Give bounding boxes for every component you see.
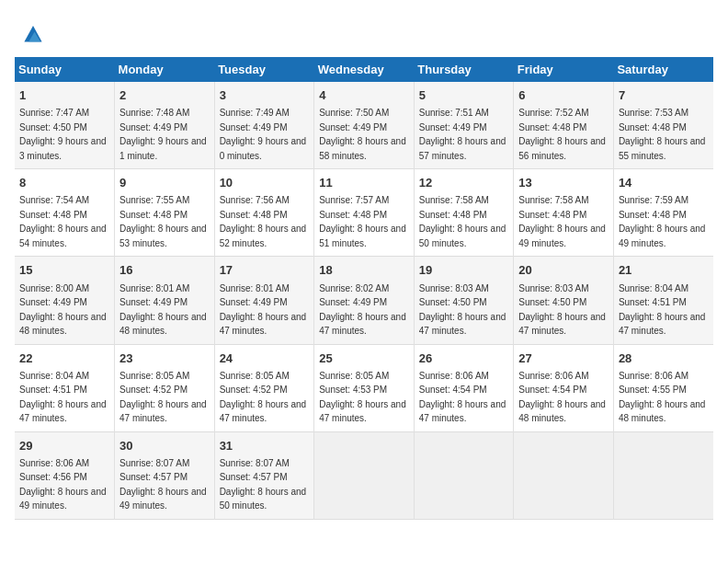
day-number: 9 [119, 175, 210, 191]
weekday-header-friday: Friday [514, 57, 614, 82]
cell-info: Sunrise: 7:47 AMSunset: 4:50 PMDaylight:… [19, 108, 107, 161]
cell-info: Sunrise: 7:50 AMSunset: 4:49 PMDaylight:… [319, 108, 406, 161]
weekday-header-thursday: Thursday [414, 57, 514, 82]
cell-info: Sunrise: 7:58 AMSunset: 4:48 PMDaylight:… [518, 195, 606, 248]
day-number: 23 [119, 350, 210, 367]
day-number: 1 [19, 87, 109, 104]
cell-info: Sunrise: 8:01 AMSunset: 4:49 PMDaylight:… [220, 283, 307, 337]
page-header [15, 15, 713, 48]
cell-info: Sunrise: 8:06 AMSunset: 4:55 PMDaylight:… [619, 371, 706, 424]
calendar-cell: 17Sunrise: 8:01 AMSunset: 4:49 PMDayligh… [214, 257, 314, 344]
cell-info: Sunrise: 8:05 AMSunset: 4:53 PMDaylight:… [319, 371, 406, 424]
calendar-cell: 30Sunrise: 8:07 AMSunset: 4:57 PMDayligh… [115, 431, 215, 519]
calendar-cell [514, 431, 614, 519]
calendar-cell: 3Sunrise: 7:49 AMSunset: 4:49 PMDaylight… [214, 82, 314, 169]
day-number: 29 [19, 438, 109, 454]
day-number: 14 [619, 175, 709, 191]
cell-info: Sunrise: 8:05 AMSunset: 4:52 PMDaylight:… [220, 371, 307, 424]
cell-info: Sunrise: 8:05 AMSunset: 4:52 PMDaylight:… [119, 371, 207, 424]
calendar-week-4: 22Sunrise: 8:04 AMSunset: 4:51 PMDayligh… [15, 344, 713, 431]
cell-info: Sunrise: 8:04 AMSunset: 4:51 PMDaylight:… [619, 283, 706, 337]
day-number: 19 [419, 262, 509, 279]
calendar-cell: 1Sunrise: 7:47 AMSunset: 4:50 PMDaylight… [15, 82, 115, 169]
day-number: 8 [19, 175, 109, 191]
calendar-cell: 10Sunrise: 7:56 AMSunset: 4:48 PMDayligh… [214, 169, 314, 257]
cell-info: Sunrise: 7:48 AMSunset: 4:49 PMDaylight:… [119, 108, 207, 161]
calendar-cell: 23Sunrise: 8:05 AMSunset: 4:52 PMDayligh… [115, 344, 215, 431]
calendar-cell: 25Sunrise: 8:05 AMSunset: 4:53 PMDayligh… [314, 344, 415, 431]
day-number: 22 [19, 350, 109, 367]
day-number: 24 [220, 350, 310, 367]
calendar-cell: 26Sunrise: 8:06 AMSunset: 4:54 PMDayligh… [414, 344, 514, 431]
cell-info: Sunrise: 7:59 AMSunset: 4:48 PMDaylight:… [619, 195, 706, 248]
calendar-week-2: 8Sunrise: 7:54 AMSunset: 4:48 PMDaylight… [15, 169, 713, 257]
calendar-cell: 19Sunrise: 8:03 AMSunset: 4:50 PMDayligh… [414, 257, 514, 344]
day-number: 2 [119, 87, 210, 104]
logo [15, 18, 48, 48]
cell-info: Sunrise: 8:07 AMSunset: 4:57 PMDaylight:… [220, 458, 307, 511]
cell-info: Sunrise: 7:52 AMSunset: 4:48 PMDaylight:… [518, 108, 606, 161]
day-number: 3 [220, 87, 310, 104]
calendar-cell: 5Sunrise: 7:51 AMSunset: 4:49 PMDaylight… [414, 82, 514, 169]
day-number: 25 [319, 350, 409, 367]
day-number: 27 [518, 350, 609, 367]
day-number: 4 [319, 87, 409, 104]
cell-info: Sunrise: 7:49 AMSunset: 4:49 PMDaylight:… [220, 108, 307, 161]
weekday-header-tuesday: Tuesday [214, 57, 314, 82]
day-number: 20 [518, 262, 609, 279]
day-number: 15 [19, 262, 109, 279]
weekday-header-sunday: Sunday [15, 57, 115, 82]
weekday-header-saturday: Saturday [613, 57, 713, 82]
day-number: 12 [419, 175, 509, 191]
cell-info: Sunrise: 7:54 AMSunset: 4:48 PMDaylight:… [19, 195, 107, 248]
day-number: 10 [220, 175, 310, 191]
day-number: 16 [119, 262, 210, 279]
day-number: 7 [619, 87, 709, 104]
weekday-header-wednesday: Wednesday [314, 57, 415, 82]
cell-info: Sunrise: 8:00 AMSunset: 4:49 PMDaylight:… [19, 283, 107, 337]
day-number: 18 [319, 262, 409, 279]
calendar-week-3: 15Sunrise: 8:00 AMSunset: 4:49 PMDayligh… [15, 257, 713, 344]
calendar-cell: 31Sunrise: 8:07 AMSunset: 4:57 PMDayligh… [214, 431, 314, 519]
calendar-cell: 9Sunrise: 7:55 AMSunset: 4:48 PMDaylight… [115, 169, 215, 257]
calendar-table: SundayMondayTuesdayWednesdayThursdayFrid… [15, 57, 713, 520]
day-number: 30 [119, 438, 210, 454]
calendar-cell: 21Sunrise: 8:04 AMSunset: 4:51 PMDayligh… [613, 257, 713, 344]
calendar-cell: 22Sunrise: 8:04 AMSunset: 4:51 PMDayligh… [15, 344, 115, 431]
calendar-header: SundayMondayTuesdayWednesdayThursdayFrid… [15, 57, 713, 82]
day-number: 13 [518, 175, 609, 191]
cell-info: Sunrise: 8:06 AMSunset: 4:54 PMDaylight:… [419, 371, 506, 424]
day-number: 21 [619, 262, 709, 279]
cell-info: Sunrise: 8:02 AMSunset: 4:49 PMDaylight:… [319, 283, 406, 337]
calendar-cell: 28Sunrise: 8:06 AMSunset: 4:55 PMDayligh… [613, 344, 713, 431]
calendar-cell: 24Sunrise: 8:05 AMSunset: 4:52 PMDayligh… [214, 344, 314, 431]
calendar-cell: 7Sunrise: 7:53 AMSunset: 4:48 PMDaylight… [613, 82, 713, 169]
cell-info: Sunrise: 7:57 AMSunset: 4:48 PMDaylight:… [319, 195, 406, 248]
cell-info: Sunrise: 8:01 AMSunset: 4:49 PMDaylight:… [119, 283, 207, 337]
calendar-cell [613, 431, 713, 519]
cell-info: Sunrise: 8:07 AMSunset: 4:57 PMDaylight:… [119, 458, 207, 511]
calendar-cell: 15Sunrise: 8:00 AMSunset: 4:49 PMDayligh… [15, 257, 115, 344]
weekday-header-monday: Monday [115, 57, 215, 82]
calendar-cell: 11Sunrise: 7:57 AMSunset: 4:48 PMDayligh… [314, 169, 415, 257]
day-number: 6 [518, 87, 609, 104]
calendar-cell: 16Sunrise: 8:01 AMSunset: 4:49 PMDayligh… [115, 257, 215, 344]
calendar-cell: 29Sunrise: 8:06 AMSunset: 4:56 PMDayligh… [15, 431, 115, 519]
cell-info: Sunrise: 8:06 AMSunset: 4:54 PMDaylight:… [518, 371, 606, 424]
calendar-cell: 4Sunrise: 7:50 AMSunset: 4:49 PMDaylight… [314, 82, 415, 169]
cell-info: Sunrise: 8:03 AMSunset: 4:50 PMDaylight:… [419, 283, 506, 337]
day-number: 31 [220, 438, 310, 454]
calendar-cell: 6Sunrise: 7:52 AMSunset: 4:48 PMDaylight… [514, 82, 614, 169]
logo-icon [18, 18, 48, 48]
cell-info: Sunrise: 7:53 AMSunset: 4:48 PMDaylight:… [619, 108, 706, 161]
day-number: 11 [319, 175, 409, 191]
calendar-week-5: 29Sunrise: 8:06 AMSunset: 4:56 PMDayligh… [15, 431, 713, 519]
cell-info: Sunrise: 8:06 AMSunset: 4:56 PMDaylight:… [19, 458, 107, 511]
calendar-cell [314, 431, 415, 519]
day-number: 5 [419, 87, 509, 104]
calendar-cell: 14Sunrise: 7:59 AMSunset: 4:48 PMDayligh… [613, 169, 713, 257]
calendar-cell: 8Sunrise: 7:54 AMSunset: 4:48 PMDaylight… [15, 169, 115, 257]
day-number: 26 [419, 350, 509, 367]
calendar-cell: 20Sunrise: 8:03 AMSunset: 4:50 PMDayligh… [514, 257, 614, 344]
calendar-week-1: 1Sunrise: 7:47 AMSunset: 4:50 PMDaylight… [15, 82, 713, 169]
